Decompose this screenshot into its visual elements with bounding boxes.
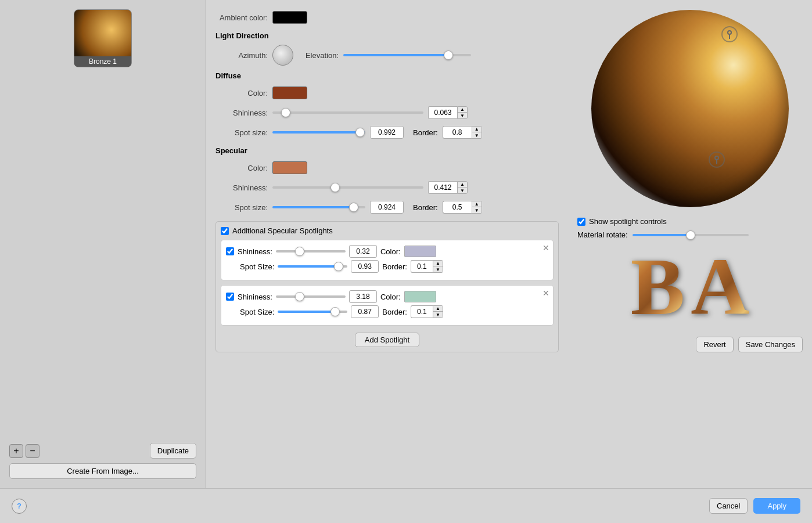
spotlight-2-close[interactable]: ✕ <box>542 289 549 297</box>
diffuse-border-label: Border: <box>413 128 438 137</box>
bottom-bar: ? Cancel Apply <box>0 488 812 523</box>
ambient-color-swatch[interactable] <box>272 11 307 24</box>
material-name-label: Bronze 1 <box>74 56 131 67</box>
specular-shininess-row: Shininess: 0.412 ▲ ▼ <box>215 179 559 196</box>
spotlight-2-spotsize-slider[interactable] <box>278 311 347 313</box>
sphere-preview <box>591 10 789 207</box>
spotlight-1-shininess-value[interactable] <box>349 245 377 258</box>
diffuse-border-down[interactable]: ▼ <box>472 132 482 138</box>
specular-border-down[interactable]: ▼ <box>472 207 482 213</box>
material-rotate-slider[interactable] <box>633 234 749 236</box>
spotlight-1-shininess-row: Shininess: Color: <box>226 245 548 258</box>
additional-spotlights-checkbox[interactable] <box>221 227 229 235</box>
azimuth-dial[interactable] <box>272 45 293 66</box>
revert-button[interactable]: Revert <box>696 337 733 352</box>
light-direction-title: Light Direction <box>215 31 559 40</box>
spotlight-2-border-up[interactable]: ▲ <box>433 306 443 312</box>
spotlight-2-shininess-slider[interactable] <box>276 295 346 298</box>
diffuse-color-swatch[interactable] <box>272 86 307 99</box>
spotlight-2-color-label: Color: <box>380 293 401 301</box>
spotlight-1-border-down[interactable]: ▼ <box>433 266 443 272</box>
specular-color-label: Color: <box>215 164 268 172</box>
spotlight-2-checkbox[interactable] <box>226 293 234 301</box>
spotlight-2-color-swatch[interactable] <box>404 291 436 302</box>
spotlight-bottom-handle[interactable] <box>709 152 725 168</box>
right-bottom-buttons: Revert Save Changes <box>577 337 803 352</box>
create-from-image-button[interactable]: Create From Image... <box>9 463 196 479</box>
spotlight-1-spotsize-value[interactable] <box>351 260 379 273</box>
diffuse-border-up[interactable]: ▲ <box>472 127 482 132</box>
text-preview: B A <box>577 246 803 327</box>
spotlight-1-border-label: Border: <box>382 262 407 271</box>
spotlight-1-spotsize-label: Spot Size: <box>240 262 274 271</box>
spotlight-2-shininess-value[interactable] <box>349 290 377 303</box>
specular-title: Specular <box>215 146 559 155</box>
right-panel: Show spotlight controls Material rotate:… <box>568 0 812 488</box>
add-spotlight-button[interactable]: Add Spotlight <box>355 333 419 347</box>
remove-material-button[interactable]: − <box>26 444 39 458</box>
diffuse-spotsize-slider[interactable] <box>272 131 365 134</box>
spotlight-items-list[interactable]: ✕ Shininess: Color: Spot Size: <box>221 240 554 330</box>
ambient-color-row: Ambient color: <box>215 9 559 26</box>
specular-border-up[interactable]: ▲ <box>472 201 482 207</box>
specular-color-row: Color: <box>215 160 559 176</box>
specular-shininess-label: Shininess: <box>215 183 268 192</box>
specular-spotsize-row: Spot size: 0.924 Border: 0.5 ▲ ▼ <box>215 199 559 215</box>
left-panel: Bronze 1 + − Duplicate Create From Image… <box>0 0 206 488</box>
apply-button[interactable]: Apply <box>753 498 800 514</box>
specular-border-label: Border: <box>413 203 438 212</box>
specular-shininess-up[interactable]: ▲ <box>458 182 467 187</box>
elevation-slider[interactable] <box>343 54 471 56</box>
spotlight-item-2: ✕ Shininess: Color: Spot Size: <box>221 285 554 326</box>
spotlight-2-border-value[interactable] <box>411 305 433 318</box>
add-material-button[interactable]: + <box>9 444 23 458</box>
spotlight-top-handle[interactable] <box>721 26 738 42</box>
center-panel: Ambient color: Light Direction Azimuth: … <box>206 0 568 488</box>
diffuse-title: Diffuse <box>215 71 559 80</box>
preview-letter-a: A <box>691 246 749 327</box>
show-spotlight-row: Show spotlight controls <box>577 217 803 226</box>
specular-spotsize-value[interactable]: 0.924 <box>370 201 404 214</box>
material-list-controls: + − Duplicate <box>9 443 196 459</box>
show-spotlight-label: Show spotlight controls <box>589 217 667 226</box>
spotlight-1-close[interactable]: ✕ <box>542 244 549 252</box>
spotlight-2-border-label: Border: <box>382 308 407 316</box>
specular-shininess-value[interactable]: 0.412 <box>428 181 457 194</box>
spotlight-1-spotsize-slider[interactable] <box>278 265 347 268</box>
save-changes-button[interactable]: Save Changes <box>738 337 803 352</box>
ambient-color-label: Ambient color: <box>215 13 268 22</box>
spotlight-section: Additional Specular Spotlights ✕ Shinine… <box>215 221 559 352</box>
diffuse-shininess-value[interactable]: 0.063 <box>428 106 457 119</box>
material-list[interactable] <box>9 80 196 436</box>
help-button[interactable]: ? <box>12 499 27 514</box>
specular-shininess-slider[interactable] <box>272 186 423 189</box>
azimuth-label: Azimuth: <box>215 51 268 60</box>
spotlight-1-color-label: Color: <box>380 247 401 256</box>
diffuse-shininess-down[interactable]: ▼ <box>458 113 467 118</box>
spotlight-1-checkbox[interactable] <box>226 247 234 255</box>
specular-border-value[interactable]: 0.5 <box>443 201 472 214</box>
specular-color-swatch[interactable] <box>272 161 307 174</box>
material-rotate-label: Material rotate: <box>577 230 628 239</box>
spotlight-1-border-up[interactable]: ▲ <box>433 261 443 266</box>
material-sphere-preview: Bronze 1 <box>74 9 132 67</box>
material-rotate-row: Material rotate: <box>577 230 803 239</box>
specular-spotsize-slider[interactable] <box>272 206 365 208</box>
diffuse-border-value[interactable]: 0.8 <box>443 126 472 139</box>
spotlight-2-shininess-label: Shininess: <box>238 293 272 301</box>
spotlight-1-border-value[interactable] <box>411 260 433 273</box>
duplicate-button[interactable]: Duplicate <box>150 443 196 459</box>
spotlight-1-color-swatch[interactable] <box>404 246 436 257</box>
spotlight-1-shininess-slider[interactable] <box>276 250 346 253</box>
spotlight-2-spotsize-row: Spot Size: Border: ▲ ▼ <box>226 305 548 318</box>
spotlight-2-spotsize-value[interactable] <box>351 305 379 318</box>
show-spotlight-checkbox[interactable] <box>577 218 585 226</box>
cancel-button[interactable]: Cancel <box>709 498 748 514</box>
diffuse-shininess-up[interactable]: ▲ <box>458 107 467 113</box>
specular-shininess-down[interactable]: ▼ <box>458 187 467 193</box>
spotlight-2-border-down[interactable]: ▼ <box>433 312 443 318</box>
diffuse-color-label: Color: <box>215 89 268 98</box>
additional-spotlights-label: Additional Specular Spotlights <box>232 226 333 235</box>
diffuse-spotsize-value[interactable]: 0.992 <box>370 126 404 139</box>
diffuse-shininess-slider[interactable] <box>272 111 423 114</box>
